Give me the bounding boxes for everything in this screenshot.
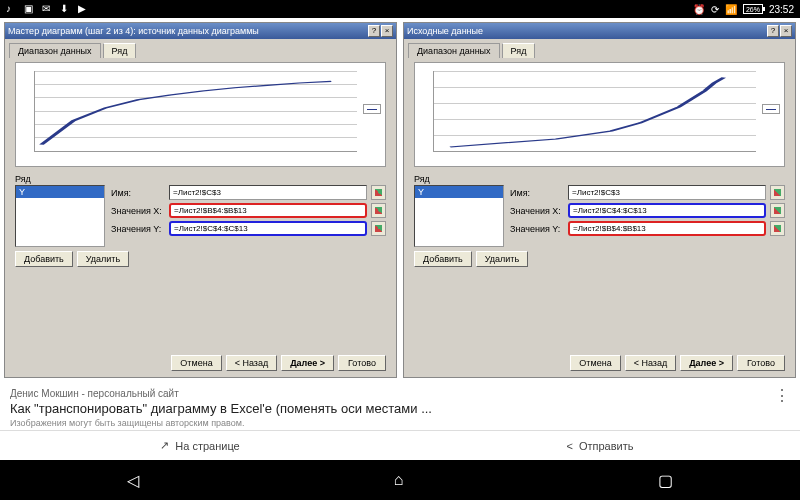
help-button[interactable]: ? bbox=[368, 25, 380, 37]
range-picker-icon[interactable] bbox=[371, 203, 386, 218]
chart-wizard-dialog-left: Мастер диаграмм (шаг 2 из 4): источник д… bbox=[4, 22, 397, 378]
tab-range[interactable]: Диапазон данных bbox=[408, 43, 500, 58]
recent-nav-icon[interactable]: ▢ bbox=[658, 471, 673, 490]
notif-icon: ▶ bbox=[78, 3, 90, 15]
name-label: Имя: bbox=[111, 188, 165, 198]
series-list-item[interactable]: Y bbox=[415, 186, 503, 198]
range-picker-icon[interactable] bbox=[371, 221, 386, 236]
back-nav-icon[interactable]: ◁ bbox=[127, 471, 139, 490]
back-button[interactable]: < Назад bbox=[625, 355, 677, 371]
chart-plot-area bbox=[34, 71, 357, 152]
tab-range[interactable]: Диапазон данных bbox=[9, 43, 101, 58]
browser-content: Мастер диаграмм (шаг 2 из 4): источник д… bbox=[0, 18, 800, 460]
series-listbox[interactable]: Y bbox=[414, 185, 504, 247]
wifi-icon: 📶 bbox=[725, 4, 737, 15]
range-picker-icon[interactable] bbox=[770, 185, 785, 200]
x-values-input[interactable]: =Лист2!$C$4:$C$13 bbox=[568, 203, 766, 218]
copyright-note: Изображения могут быть защищены авторски… bbox=[10, 418, 790, 428]
titlebar: Мастер диаграмм (шаг 2 из 4): источник д… bbox=[5, 23, 396, 39]
share-button[interactable]: < Отправить bbox=[400, 431, 800, 460]
add-series-button[interactable]: Добавить bbox=[414, 251, 472, 267]
chart-preview bbox=[414, 62, 785, 167]
image-comparison-row: Мастер диаграмм (шаг 2 из 4): источник д… bbox=[0, 18, 800, 382]
tab-series[interactable]: Ряд bbox=[103, 43, 137, 58]
action-bar: ↗ На странице < Отправить bbox=[0, 430, 800, 460]
home-nav-icon[interactable]: ⌂ bbox=[394, 471, 404, 489]
name-input[interactable]: =Лист2!$C$3 bbox=[169, 185, 367, 200]
series-section-label: Ряд bbox=[414, 174, 785, 184]
open-page-label: На странице bbox=[175, 440, 239, 452]
close-button[interactable]: × bbox=[780, 25, 792, 37]
delete-series-button[interactable]: Удалить bbox=[77, 251, 129, 267]
clock: 23:52 bbox=[769, 4, 794, 15]
close-button[interactable]: × bbox=[381, 25, 393, 37]
notif-icon: ✉ bbox=[42, 3, 54, 15]
y-values-input[interactable]: =Лист2!$B$4:$B$13 bbox=[568, 221, 766, 236]
share-icon: < bbox=[567, 440, 573, 452]
titlebar: Исходные данные ? × bbox=[404, 23, 795, 39]
finish-button[interactable]: Готово bbox=[737, 355, 785, 371]
x-values-label: Значения X: bbox=[510, 206, 564, 216]
open-page-button[interactable]: ↗ На странице bbox=[0, 431, 400, 460]
battery-icon: 26% bbox=[743, 4, 763, 14]
name-input[interactable]: =Лист2!$C$3 bbox=[568, 185, 766, 200]
android-statusbar: ♪ ▣ ✉ ⬇ ▶ ⏰ ⟳ 📶 26% 23:52 bbox=[0, 0, 800, 18]
y-values-label: Значения Y: bbox=[111, 224, 165, 234]
source-data-dialog-right: Исходные данные ? × Диапазон данных Ряд bbox=[403, 22, 796, 378]
series-listbox[interactable]: Y bbox=[15, 185, 105, 247]
cancel-button[interactable]: Отмена bbox=[171, 355, 221, 371]
alarm-icon: ⏰ bbox=[693, 4, 705, 15]
series-list-item[interactable]: Y bbox=[16, 186, 104, 198]
y-values-input[interactable]: =Лист2!$C$4:$C$13 bbox=[169, 221, 367, 236]
notif-icon: ⬇ bbox=[60, 3, 72, 15]
y-values-label: Значения Y: bbox=[510, 224, 564, 234]
sync-icon: ⟳ bbox=[711, 4, 719, 15]
page-title[interactable]: Как "транспонировать" диаграмму в Excel'… bbox=[10, 401, 790, 416]
android-navbar: ◁ ⌂ ▢ bbox=[0, 460, 800, 500]
series-section-label: Ряд bbox=[15, 174, 386, 184]
name-label: Имя: bbox=[510, 188, 564, 198]
more-options-icon[interactable]: ⋮ bbox=[774, 386, 790, 405]
tab-strip: Диапазон данных Ряд bbox=[5, 39, 396, 58]
image-caption-panel: ⋮ Денис Мокшин - персональный сайт Как "… bbox=[0, 382, 800, 430]
chart-legend bbox=[363, 104, 381, 114]
share-label: Отправить bbox=[579, 440, 634, 452]
range-picker-icon[interactable] bbox=[371, 185, 386, 200]
tab-series[interactable]: Ряд bbox=[502, 43, 536, 58]
window-title: Мастер диаграмм (шаг 2 из 4): источник д… bbox=[8, 26, 259, 36]
source-site[interactable]: Денис Мокшин - персональный сайт bbox=[10, 388, 790, 399]
next-button[interactable]: Далее > bbox=[680, 355, 733, 371]
help-button[interactable]: ? bbox=[767, 25, 779, 37]
x-values-input[interactable]: =Лист2!$B$4:$B$13 bbox=[169, 203, 367, 218]
delete-series-button[interactable]: Удалить bbox=[476, 251, 528, 267]
tab-strip: Диапазон данных Ряд bbox=[404, 39, 795, 58]
range-picker-icon[interactable] bbox=[770, 221, 785, 236]
x-values-label: Значения X: bbox=[111, 206, 165, 216]
notif-icon: ▣ bbox=[24, 3, 36, 15]
window-title: Исходные данные bbox=[407, 26, 483, 36]
next-button[interactable]: Далее > bbox=[281, 355, 334, 371]
chart-preview bbox=[15, 62, 386, 167]
add-series-button[interactable]: Добавить bbox=[15, 251, 73, 267]
back-button[interactable]: < Назад bbox=[226, 355, 278, 371]
notif-icon: ♪ bbox=[6, 3, 18, 15]
chart-legend bbox=[762, 104, 780, 114]
chart-plot-area bbox=[433, 71, 756, 152]
open-icon: ↗ bbox=[160, 439, 169, 452]
range-picker-icon[interactable] bbox=[770, 203, 785, 218]
cancel-button[interactable]: Отмена bbox=[570, 355, 620, 371]
finish-button[interactable]: Готово bbox=[338, 355, 386, 371]
